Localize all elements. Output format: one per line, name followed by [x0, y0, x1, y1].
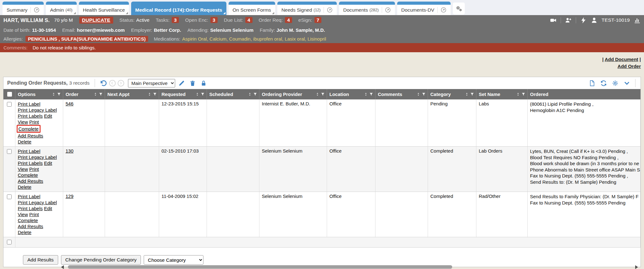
- gear-icon[interactable]: [612, 80, 619, 87]
- filter-icon[interactable]: [99, 92, 103, 96]
- select-all-checkbox[interactable]: [3, 89, 15, 99]
- esign-count-badge[interactable]: 7: [314, 17, 322, 23]
- scroll-right-arrow-icon[interactable]: [635, 265, 638, 269]
- medication-link-coumadin[interactable]: Coumadin: [229, 36, 251, 42]
- sort-icon[interactable]: [364, 92, 368, 96]
- sort-icon[interactable]: [93, 92, 97, 96]
- options-link-view[interactable]: View: [18, 212, 28, 217]
- medication-link-lasix-oral[interactable]: Lasix oral: [285, 36, 305, 42]
- options-link-edit[interactable]: Edit: [44, 113, 52, 119]
- refresh-icon[interactable]: [600, 80, 607, 87]
- column-header-category[interactable]: Category: [428, 89, 476, 99]
- patient-icon[interactable]: [591, 17, 597, 24]
- medication-link-ibuprofen-oral[interactable]: ibuprofen oral: [253, 36, 282, 42]
- order-number-link[interactable]: 129: [66, 193, 74, 199]
- filter-icon[interactable]: [57, 92, 61, 96]
- tab-admin[interactable]: Admin(40): [46, 2, 76, 15]
- options-link-print[interactable]: Print: [29, 119, 39, 125]
- options-link-complete[interactable]: Complete: [18, 218, 38, 223]
- select-all-checkbox-box[interactable]: [7, 92, 12, 97]
- duplicate-badge[interactable]: DUPLICATE: [79, 17, 113, 24]
- medication-link-calcium[interactable]: Calcium: [209, 36, 226, 42]
- tasks-count-badge[interactable]: 3: [172, 17, 179, 23]
- row-checkbox[interactable]: [7, 102, 12, 107]
- options-link-print-legacy-label[interactable]: Print Legacy Label: [18, 200, 57, 205]
- options-link-delete[interactable]: Delete: [18, 184, 31, 190]
- filter-icon[interactable]: [153, 92, 157, 96]
- edit-pencil-icon[interactable]: [178, 80, 185, 87]
- settings-gears-button[interactable]: [453, 3, 465, 14]
- column-header-requested[interactable]: Requested: [159, 89, 207, 99]
- choose-category-select[interactable]: Choose Category: [144, 255, 203, 265]
- perspective-select[interactable]: Main Perspective: [128, 79, 175, 87]
- filter-icon[interactable]: [521, 92, 525, 96]
- collapse-chevron-icon[interactable]: [624, 80, 630, 87]
- options-link-complete[interactable]: Complete: [19, 126, 39, 132]
- options-link-add-results[interactable]: Add Results: [18, 178, 43, 184]
- column-header-next-appt[interactable]: Next Appt: [105, 89, 159, 99]
- medication-link-lisinopril[interactable]: Lisinopril: [308, 36, 326, 42]
- open-enc-count-badge[interactable]: 3: [210, 17, 218, 23]
- column-header-comments[interactable]: Comments: [375, 89, 428, 99]
- order-number-link[interactable]: 546: [66, 101, 74, 106]
- options-link-complete[interactable]: Complete: [18, 172, 38, 178]
- options-link-edit[interactable]: Edit: [44, 160, 52, 166]
- options-link-edit[interactable]: Edit: [44, 206, 52, 211]
- sort-icon[interactable]: [315, 92, 319, 96]
- horizontal-scrollbar[interactable]: [3, 265, 641, 269]
- options-link-print-label[interactable]: Print Label: [18, 149, 41, 154]
- options-link-print-legacy-label[interactable]: Print Legacy Label: [18, 107, 57, 113]
- order-number-link[interactable]: 130: [66, 148, 74, 154]
- options-link-add-results[interactable]: Add Results: [18, 224, 43, 229]
- external-link-icon[interactable]: [324, 7, 333, 13]
- add-document-link[interactable]: Add Document: [605, 57, 638, 62]
- add-results-button[interactable]: Add Results: [23, 255, 58, 265]
- sort-icon[interactable]: [52, 92, 56, 96]
- external-link-icon[interactable]: [437, 7, 447, 13]
- options-link-print-labels[interactable]: Print Labels: [18, 160, 43, 166]
- video-call-icon[interactable]: [550, 17, 557, 24]
- column-header-ordering-provider[interactable]: Ordering Provider: [259, 89, 327, 99]
- undo-icon[interactable]: [100, 80, 107, 87]
- options-link-add-results[interactable]: Add Results: [18, 133, 43, 138]
- allergies-badge[interactable]: PENICILLINS , SULFA(SULFONAMIDE ANTIBIOT…: [25, 36, 148, 42]
- column-header-ordered[interactable]: Ordered: [527, 89, 641, 99]
- flash-icon[interactable]: [580, 17, 587, 24]
- change-pending-order-category-button[interactable]: Change Pending Order Category: [61, 255, 141, 265]
- scroll-left-arrow-icon[interactable]: [61, 265, 64, 269]
- row-checkbox[interactable]: [7, 194, 12, 199]
- sort-icon[interactable]: [416, 92, 420, 96]
- options-link-delete[interactable]: Delete: [18, 139, 31, 144]
- medication-link-aspirin-oral[interactable]: Aspirin Oral: [182, 36, 207, 42]
- tab-on-screen-forms[interactable]: On Screen Forms: [229, 2, 275, 15]
- column-header-order[interactable]: Order: [63, 89, 105, 99]
- options-link-print[interactable]: Print: [29, 166, 39, 172]
- options-link-print[interactable]: Print: [29, 212, 39, 217]
- filter-icon[interactable]: [369, 92, 373, 96]
- filter-icon[interactable]: [321, 92, 325, 96]
- next-page-icon[interactable]: [118, 80, 124, 87]
- tab-medical-record-174-order-requests[interactable]: Medical Record (174):Order Requests: [131, 2, 226, 15]
- due-list-count-badge[interactable]: 4: [245, 17, 253, 23]
- row-checkbox[interactable]: [7, 149, 12, 154]
- column-header-options[interactable]: Options: [15, 89, 63, 99]
- order-req-count-badge[interactable]: 4: [285, 17, 292, 23]
- sort-icon[interactable]: [195, 92, 199, 96]
- add-order-link[interactable]: Add Order: [618, 64, 641, 69]
- column-header-set-name[interactable]: Set Name: [476, 89, 527, 99]
- options-link-print-labels[interactable]: Print Labels: [18, 206, 43, 211]
- options-link-view[interactable]: View: [18, 119, 28, 125]
- options-link-print-label[interactable]: Print Label: [18, 194, 41, 199]
- delete-trash-icon[interactable]: [189, 80, 196, 87]
- column-header-scheduled[interactable]: Scheduled: [207, 89, 259, 99]
- tab-documents[interactable]: Documents(282): [339, 2, 395, 15]
- new-document-icon[interactable]: [589, 80, 595, 87]
- sort-icon[interactable]: [516, 92, 520, 96]
- column-header-location[interactable]: Location: [327, 89, 375, 99]
- filter-icon[interactable]: [201, 92, 205, 96]
- prev-page-icon[interactable]: [109, 80, 116, 87]
- tab-summary[interactable]: Summary: [3, 2, 44, 15]
- tab-documents-dv[interactable]: Documents-DV: [397, 2, 451, 15]
- filter-icon[interactable]: [422, 92, 426, 96]
- sort-icon[interactable]: [465, 92, 469, 96]
